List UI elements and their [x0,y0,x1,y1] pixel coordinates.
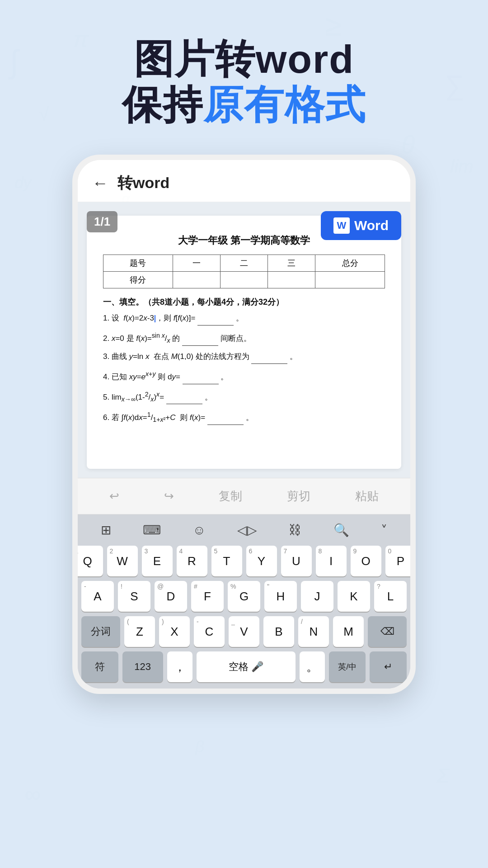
problem-2: 2. x=0 是 f(x)=sin x/x 的 间断点。 [103,330,385,346]
headline-line2: 保持原有格式 [27,82,461,127]
table-header-1: 一 [173,255,220,272]
table-header-4: 总分 [315,255,385,272]
redo-button[interactable]: ↪ [160,486,178,506]
document-page: 大学一年级 第一学期高等数学 题号 一 二 三 总分 得分 [87,216,401,469]
edit-toolbar: ↩ ↪ 复制 剪切 粘贴 [78,478,410,514]
key-o[interactable]: 9O [351,546,381,576]
headline-blue: 原有格式 [203,82,366,127]
table-cell-total [315,272,385,288]
table-cell-2 [220,272,267,288]
table-cell-score-label: 得分 [103,272,173,288]
kb-row-2: -A !S @D #F %G "H J K ?L [81,581,407,612]
kb-row-3: 分词 (Z )X -C _V B /N M ⌫ [81,616,407,647]
problem-4: 4. 已知 xy=ex+y 则 dy= 。 [103,368,385,384]
app-header: ← 转word [78,160,410,202]
key-delete[interactable]: ⌫ [368,616,407,647]
score-table: 题号 一 二 三 总分 得分 [103,255,385,288]
key-e[interactable]: 3E [142,546,173,576]
key-a[interactable]: -A [81,581,114,612]
key-enter[interactable]: ↵ [370,651,407,682]
problem-3: 3. 曲线 y=ln x 在点 M(1,0) 处的法线方程为 。 [103,350,385,364]
key-u[interactable]: 7U [281,546,312,576]
word-export-button[interactable]: W Word [321,211,401,240]
key-comma[interactable]: ， [167,651,192,682]
table-header-0: 题号 [103,255,173,272]
key-y[interactable]: 6Y [246,546,277,576]
key-c[interactable]: -C [194,616,225,647]
phone-inner: ← 转word 1/1 W Word 大学一年级 第一学期高等数学 题号 一 [78,160,410,689]
kb-row-1: 1Q 2W 3E 4R 5T 6Y 7U 8I 9O 0P [81,546,407,576]
back-button[interactable]: ← [92,174,108,193]
key-x[interactable]: )X [159,616,190,647]
table-cell-3 [268,272,315,288]
problem-5: 5. limx→∞(1-2/x)x= 。 [103,389,385,405]
key-m[interactable]: M [333,616,364,647]
key-z[interactable]: (Z [124,616,155,647]
copy-button[interactable]: 复制 [214,486,247,507]
keyboard: ⊞ ⌨ ☺ ◁▷ ⛓ 🔍 ˅ 1Q 2W 3E 4R 5T [78,514,410,689]
keyboard-top-row: ⊞ ⌨ ☺ ◁▷ ⛓ 🔍 ˅ [78,514,410,544]
section-heading: 一、填空。（共8道小题，每小题4分，满分32分） [103,297,385,307]
key-q[interactable]: 1Q [78,546,103,576]
headline-prefix: 保持 [122,82,203,127]
kb-row-last: 符 123 ， 空格 🎤 。 英/中 ↵ [81,651,407,682]
kb-grid-button[interactable]: ⊞ [95,519,117,541]
cut-button[interactable]: 剪切 [282,486,315,507]
kb-link-button[interactable]: ⛓ [283,519,307,541]
key-w[interactable]: 2W [107,546,138,576]
key-s[interactable]: !S [118,581,150,612]
undo-button[interactable]: ↩ [105,486,124,506]
key-r[interactable]: 4R [177,546,207,576]
key-num123[interactable]: 123 [122,651,163,682]
app-title: 转word [117,173,169,193]
keyboard-keys: 1Q 2W 3E 4R 5T 6Y 7U 8I 9O 0P -A ! [78,544,410,689]
phone-container: ← 转word 1/1 W Word 大学一年级 第一学期高等数学 题号 一 [0,146,488,712]
key-j[interactable]: J [301,581,333,612]
problem-6: 6. 若 ∫f(x)dx=1/1+x²+C 则 f(x)= 。 [103,409,385,425]
page-badge: 1/1 [87,211,117,232]
table-header-3: 三 [268,255,315,272]
kb-collapse-button[interactable]: ˅ [375,519,393,541]
key-v[interactable]: _V [229,616,259,647]
header-section: 图片转word 保持原有格式 [0,0,488,146]
key-fu[interactable]: 符 [81,651,118,682]
kb-search-button[interactable]: 🔍 [328,519,355,541]
document-area: 1/1 W Word 大学一年级 第一学期高等数学 题号 一 二 三 总 [78,202,410,478]
key-period[interactable]: 。 [300,651,325,682]
key-p[interactable]: 0P [385,546,411,576]
key-n[interactable]: /N [298,616,329,647]
key-lang[interactable]: 英/中 [329,651,366,682]
key-b[interactable]: B [263,616,294,647]
table-header-2: 二 [220,255,267,272]
paste-button[interactable]: 粘贴 [351,486,383,507]
key-fenci[interactable]: 分词 [81,616,120,647]
key-g[interactable]: %G [228,581,260,612]
kb-keyboard-button[interactable]: ⌨ [137,519,166,541]
kb-emoji-button[interactable]: ☺ [187,519,211,541]
kb-cursor-button[interactable]: ◁▷ [232,519,263,541]
table-cell-1 [173,272,220,288]
key-i[interactable]: 8I [316,546,347,576]
key-l[interactable]: ?L [374,581,407,612]
phone-mockup: ← 转word 1/1 W Word 大学一年级 第一学期高等数学 题号 一 [72,155,416,694]
key-h[interactable]: "H [264,581,297,612]
key-k[interactable]: K [338,581,370,612]
problem-1: 1. 设 f(x)=2x-3，则 f[f(x)]= 。 [103,312,385,326]
key-t[interactable]: 5T [211,546,242,576]
key-space[interactable]: 空格 🎤 [197,651,296,682]
headline-line1: 图片转word [27,36,461,82]
word-icon: W [333,217,350,234]
key-d[interactable]: @D [155,581,187,612]
key-f[interactable]: #F [191,581,224,612]
